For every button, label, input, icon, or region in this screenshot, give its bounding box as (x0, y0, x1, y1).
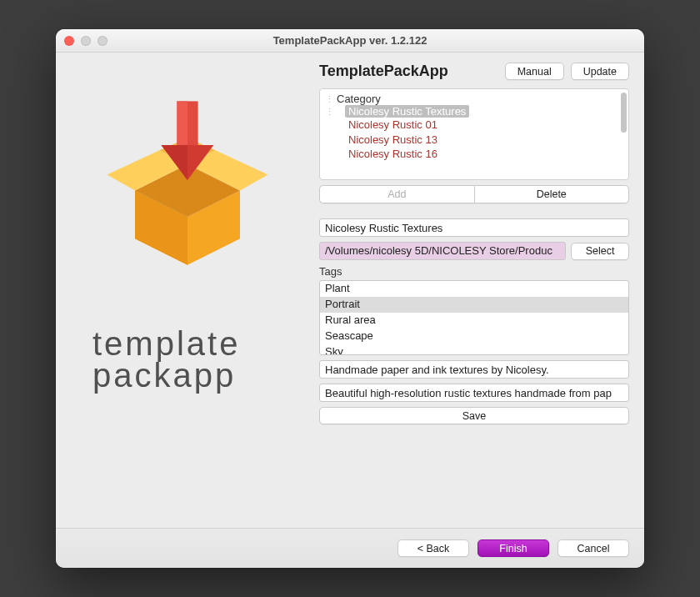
traffic-lights (64, 36, 108, 46)
brand-text: template packapp (71, 328, 240, 391)
finish-button[interactable]: Finish (478, 539, 549, 557)
delete-button[interactable]: Delete (474, 185, 630, 203)
titlebar: TemplatePackApp ver. 1.2.122 (56, 29, 644, 53)
update-button[interactable]: Update (571, 63, 629, 80)
svg-rect-10 (177, 101, 188, 144)
tree-root-label: Category (335, 92, 382, 106)
tree-root[interactable]: ⋮Category (325, 93, 627, 105)
header-row: TemplatePackApp Manual Update (319, 63, 629, 80)
list-item[interactable]: Rural area (320, 313, 628, 329)
short-description-field[interactable] (319, 360, 629, 379)
page-title: TemplatePackApp (319, 63, 448, 80)
path-field[interactable]: /Volumes/nicolesy 5D/NICOLESY Store/Prod… (319, 242, 566, 260)
left-pane: template packapp (71, 61, 304, 528)
scrollbar-thumb[interactable] (621, 93, 627, 133)
name-field[interactable] (319, 218, 629, 237)
category-tree[interactable]: ⋮Category ⋮Nicolesy Rustic Textures Nico… (319, 88, 629, 180)
brand-line2: packapp (92, 359, 240, 391)
back-button[interactable]: < Back (398, 539, 469, 557)
tags-label: Tags (319, 265, 629, 278)
right-pane: TemplatePackApp Manual Update ⋮Category … (319, 61, 629, 528)
tree-item-selected[interactable]: ⋮Nicolesy Rustic Textures (325, 105, 627, 118)
minimize-icon[interactable] (81, 36, 91, 46)
app-window: TemplatePackApp ver. 1.2.122 (56, 29, 644, 568)
tags-list[interactable]: Plant Portrait Rural area Seascape Sky (319, 280, 629, 355)
list-item[interactable]: Portrait (320, 297, 628, 313)
list-item[interactable]: Seascape (320, 329, 628, 344)
manual-button[interactable]: Manual (505, 63, 564, 80)
tree-child[interactable]: Nicolesy Rustic 13 (347, 133, 627, 148)
window-title: TemplatePackApp ver. 1.2.122 (56, 34, 644, 47)
path-row: /Volumes/nicolesy 5D/NICOLESY Store/Prod… (319, 242, 629, 260)
close-icon[interactable] (64, 36, 74, 46)
footer: < Back Finish Cancel (56, 528, 644, 568)
tree-button-row: Add Delete (319, 185, 629, 203)
add-button[interactable]: Add (319, 185, 474, 203)
tree-selected-label: Nicolesy Rustic Textures (345, 105, 469, 118)
list-item[interactable]: Plant (320, 281, 628, 297)
select-path-button[interactable]: Select (571, 243, 629, 260)
tree-child[interactable]: Nicolesy Rustic 16 (347, 147, 627, 162)
brand-line1: template (92, 328, 240, 359)
zoom-icon[interactable] (98, 36, 108, 46)
save-button[interactable]: Save (319, 407, 629, 424)
list-item[interactable]: Sky (320, 344, 628, 355)
long-description-field[interactable] (319, 384, 629, 402)
package-arrow-icon (100, 94, 275, 269)
cancel-button[interactable]: Cancel (558, 539, 629, 557)
tree-child[interactable]: Nicolesy Rustic 01 (347, 118, 627, 133)
